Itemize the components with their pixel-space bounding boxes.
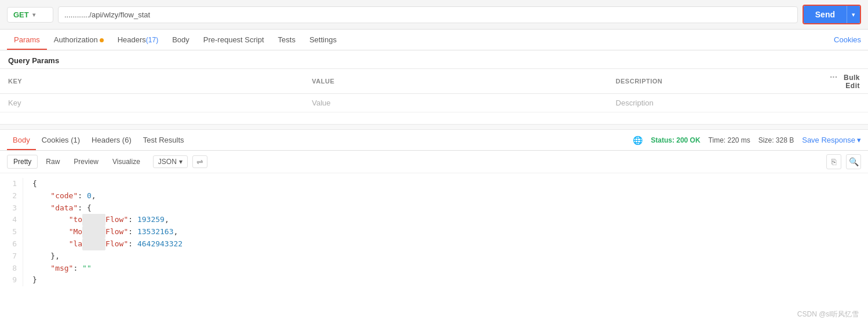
code-action-buttons: ⎘ 🔍: [826, 154, 861, 169]
method-selector[interactable]: GET ▾: [7, 7, 53, 23]
code-line-9: }: [32, 274, 859, 286]
value-cell[interactable]: Value: [304, 94, 607, 112]
search-button[interactable]: 🔍: [846, 154, 861, 169]
tab-params[interactable]: Params: [7, 30, 47, 50]
query-params-header: Query Params: [0, 50, 868, 68]
tab-tests[interactable]: Tests: [271, 30, 302, 50]
resp-tab-headers[interactable]: Headers (6): [86, 130, 137, 150]
code-line-2: "code": 0,: [32, 190, 859, 202]
send-button[interactable]: Send: [804, 6, 847, 23]
code-line-8: "msg": "": [32, 263, 859, 275]
resp-tab-cookies[interactable]: Cookies (1): [36, 130, 86, 150]
tab-headers[interactable]: Headers(17): [111, 30, 165, 50]
copy-icon: ⎘: [831, 157, 836, 166]
table-row: Key Value Description: [0, 94, 868, 112]
send-button-group: Send ▾: [803, 5, 861, 24]
code-content: { "code": 0, "data": { "to Flow": 193259…: [23, 178, 868, 286]
key-column-header: KEY: [0, 69, 304, 94]
status-badge: Status: 200 OK: [651, 136, 700, 144]
url-input[interactable]: [58, 6, 798, 23]
code-line-6: "la Flow": 4642943322: [32, 238, 859, 250]
size-label: Size: 328 B: [758, 136, 794, 144]
pretty-view-button[interactable]: Pretty: [7, 155, 38, 169]
resp-tab-test-results[interactable]: Test Results: [137, 130, 190, 150]
request-tabs: Params Authorization Headers(17) Body Pr…: [0, 30, 868, 50]
time-label: Time: 220 ms: [709, 136, 750, 144]
cookies-link[interactable]: Cookies: [834, 35, 861, 44]
wrap-icon: ⇌: [196, 157, 203, 166]
visualize-view-button[interactable]: Visualize: [107, 155, 146, 168]
format-selector[interactable]: JSON ▾: [153, 155, 188, 168]
line-numbers: 1 2 3 4 5 6 7 8 9: [0, 178, 23, 286]
bulk-edit-col-header: ··· Bulk Edit: [822, 69, 868, 94]
code-toolbar: Pretty Raw Preview Visualize JSON ▾ ⇌ ⎘ …: [0, 151, 868, 173]
response-tabs: Body Cookies (1) Headers (6) Test Result…: [0, 130, 868, 151]
copy-button[interactable]: ⎘: [826, 154, 841, 169]
resp-tab-body[interactable]: Body: [7, 130, 36, 150]
tab-pre-request[interactable]: Pre-request Script: [196, 30, 271, 50]
search-icon: 🔍: [849, 157, 859, 166]
description-column-header: DESCRIPTION: [608, 69, 822, 94]
tab-authorization[interactable]: Authorization: [47, 30, 111, 50]
code-line-7: },: [32, 250, 859, 263]
tab-settings[interactable]: Settings: [302, 30, 344, 50]
chevron-down-icon: ▾: [32, 12, 35, 18]
key-cell[interactable]: Key: [0, 94, 304, 112]
url-bar: GET ▾ Send ▾: [0, 0, 868, 30]
row-actions: [822, 94, 868, 112]
save-response-button[interactable]: Save Response ▾: [802, 136, 861, 144]
tab-body[interactable]: Body: [165, 30, 196, 50]
globe-icon: 🌐: [633, 136, 643, 145]
chevron-down-icon: ▾: [179, 158, 183, 166]
code-line-4: "to Flow": 193259,: [32, 214, 859, 226]
chevron-down-icon: ▾: [857, 136, 861, 144]
json-code-area: 1 2 3 4 5 6 7 8 9 { "code": 0, "data": {…: [0, 173, 868, 291]
code-line-3: "data": {: [32, 202, 859, 214]
bulk-edit-button[interactable]: Bulk Edit: [844, 74, 860, 90]
code-line-5: "Mo Flow": 13532163,: [32, 226, 859, 238]
wrap-button[interactable]: ⇌: [192, 155, 207, 168]
code-line-1: {: [32, 178, 859, 190]
more-options-icon[interactable]: ···: [830, 72, 837, 82]
send-dropdown-button[interactable]: ▾: [847, 6, 860, 23]
section-divider: [0, 124, 868, 130]
value-column-header: VALUE: [304, 69, 607, 94]
preview-view-button[interactable]: Preview: [68, 155, 104, 168]
description-cell[interactable]: Description: [608, 94, 822, 112]
raw-view-button[interactable]: Raw: [40, 155, 65, 168]
params-table: KEY VALUE DESCRIPTION ··· Bulk Edit Key …: [0, 68, 868, 112]
response-meta: 🌐 Status: 200 OK Time: 220 ms Size: 328 …: [633, 136, 861, 145]
auth-dot-icon: [100, 38, 104, 42]
method-label: GET: [13, 10, 29, 19]
